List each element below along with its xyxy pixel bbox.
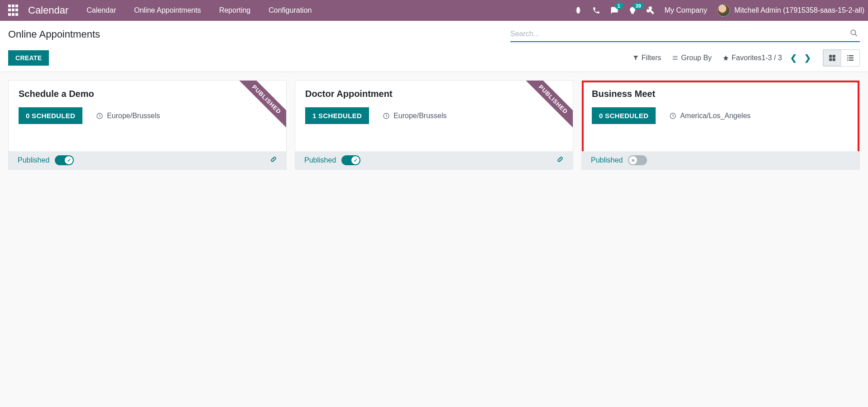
list-view-button[interactable] xyxy=(841,50,859,66)
published-toggle[interactable] xyxy=(341,155,360,165)
timezone-label: Europe/Brussels xyxy=(393,112,446,120)
nav-right: 1 39 My Company Mitchell Admin (17915358… xyxy=(574,4,865,17)
groupby-button[interactable]: Group By xyxy=(672,54,712,62)
tools-icon[interactable] xyxy=(647,6,655,14)
card-footer: Published xyxy=(295,151,573,169)
published-toggle[interactable] xyxy=(628,155,647,165)
svg-rect-2 xyxy=(829,55,832,57)
appointment-card[interactable]: Business Meet 0 SCHEDULED America/Los_An… xyxy=(581,80,860,170)
timezone-label: America/Los_Angeles xyxy=(680,112,751,120)
svg-line-1 xyxy=(855,34,857,36)
activities-icon[interactable]: 39 xyxy=(628,6,637,14)
timezone: Europe/Brussels xyxy=(96,112,160,120)
user-menu[interactable]: Mitchell Admin (17915358-saas-15-2-all) xyxy=(717,4,864,17)
search-icon[interactable] xyxy=(848,29,860,39)
pager-next[interactable]: ❯ xyxy=(804,53,811,63)
debug-icon[interactable] xyxy=(574,6,582,14)
appointment-card[interactable]: PUBLISHED Schedule a Demo 0 SCHEDULED Eu… xyxy=(8,80,287,170)
kanban-view-button[interactable] xyxy=(823,50,841,66)
create-button[interactable]: CREATE xyxy=(8,50,49,66)
kanban-view: PUBLISHED Schedule a Demo 0 SCHEDULED Eu… xyxy=(0,72,868,178)
apps-icon[interactable] xyxy=(8,5,20,16)
timezone: America/Los_Angeles xyxy=(669,112,751,120)
messages-badge: 1 xyxy=(615,3,623,9)
svg-rect-6 xyxy=(847,55,848,56)
view-switcher xyxy=(823,49,860,67)
published-toggle[interactable] xyxy=(55,155,74,165)
scheduled-button[interactable]: 0 SCHEDULED xyxy=(592,107,656,124)
svg-rect-9 xyxy=(849,57,854,58)
pager: 1-3 / 3 ❮ ❯ xyxy=(762,53,811,63)
groupby-label: Group By xyxy=(681,54,712,62)
scheduled-button[interactable]: 0 SCHEDULED xyxy=(19,107,82,124)
searchbar-toggles: Filters Group By Favorites xyxy=(633,54,762,62)
timezone: Europe/Brussels xyxy=(383,112,446,120)
filters-label: Filters xyxy=(642,54,662,62)
svg-rect-10 xyxy=(847,60,848,61)
svg-rect-3 xyxy=(833,55,835,57)
svg-rect-5 xyxy=(833,58,835,61)
pager-value[interactable]: 1-3 / 3 xyxy=(762,54,782,62)
timezone-label: Europe/Brussels xyxy=(107,112,160,120)
card-title: Schedule a Demo xyxy=(19,89,276,99)
card-title: Business Meet xyxy=(592,89,849,99)
nav-item-reporting[interactable]: Reporting xyxy=(219,6,250,14)
svg-point-0 xyxy=(851,30,856,35)
published-label: Published xyxy=(18,156,49,164)
published-label: Published xyxy=(304,156,336,164)
phone-icon[interactable] xyxy=(592,6,600,14)
card-title: Doctor Appointment xyxy=(305,89,563,99)
nav-menu: Calendar Online Appointments Reporting C… xyxy=(86,6,312,14)
pager-prev[interactable]: ❮ xyxy=(790,53,797,63)
nav-item-calendar[interactable]: Calendar xyxy=(86,6,116,14)
nav-item-online-appointments[interactable]: Online Appointments xyxy=(134,6,201,14)
svg-rect-8 xyxy=(847,57,848,58)
svg-rect-11 xyxy=(849,60,854,61)
search-input[interactable] xyxy=(510,30,848,38)
messages-icon[interactable]: 1 xyxy=(610,6,619,14)
appointment-card[interactable]: PUBLISHED Doctor Appointment 1 SCHEDULED… xyxy=(295,80,573,170)
nav-item-configuration[interactable]: Configuration xyxy=(269,6,312,14)
link-icon[interactable] xyxy=(556,156,564,165)
link-icon[interactable] xyxy=(270,156,277,165)
favorites-label: Favorites xyxy=(732,54,762,62)
svg-rect-4 xyxy=(829,58,832,61)
svg-rect-7 xyxy=(849,55,854,56)
favorites-button[interactable]: Favorites xyxy=(723,54,762,62)
avatar xyxy=(717,4,730,17)
filters-button[interactable]: Filters xyxy=(633,54,662,62)
activities-badge: 39 xyxy=(633,3,644,9)
app-brand[interactable]: Calendar xyxy=(28,5,68,16)
company-switcher[interactable]: My Company xyxy=(665,6,707,14)
control-panel: Online Appointments CREATE Filters Group… xyxy=(0,21,868,72)
search-bar xyxy=(510,27,860,42)
published-label: Published xyxy=(591,156,623,164)
scheduled-button[interactable]: 1 SCHEDULED xyxy=(305,107,369,124)
page-title: Online Appointments xyxy=(8,29,100,40)
main-navbar: Calendar Calendar Online Appointments Re… xyxy=(0,0,868,21)
card-footer: Published xyxy=(582,151,859,169)
username: Mitchell Admin (17915358-saas-15-2-all) xyxy=(734,6,864,14)
card-footer: Published xyxy=(9,151,286,169)
